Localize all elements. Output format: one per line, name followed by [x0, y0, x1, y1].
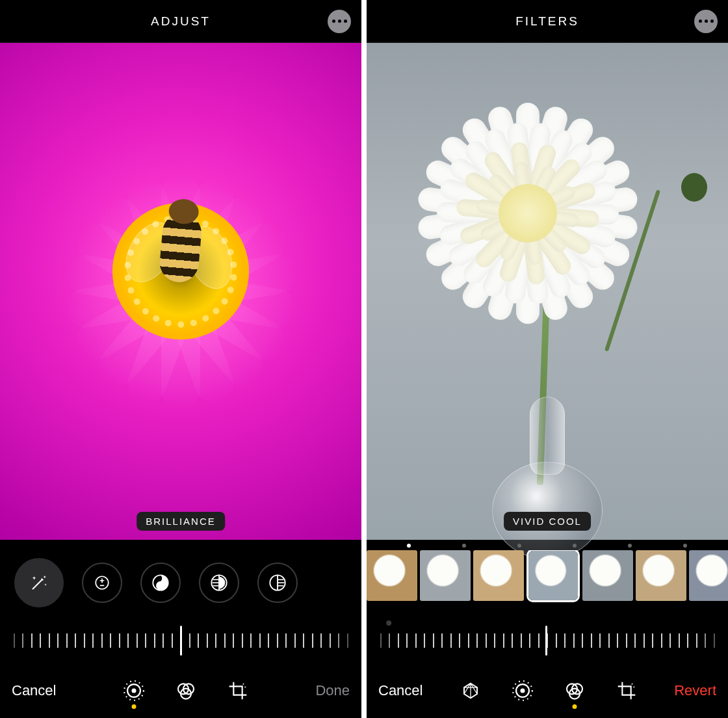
wand-icon: [29, 573, 49, 592]
exposure-dial[interactable]: [82, 563, 122, 603]
done-button[interactable]: Done: [315, 682, 350, 699]
brilliance-dial[interactable]: [140, 563, 181, 603]
exposure-icon: [92, 573, 112, 592]
more-button[interactable]: [328, 10, 351, 33]
auto-enhance-dial[interactable]: [14, 558, 64, 607]
filter-thumb-original[interactable]: [367, 550, 417, 601]
revert-button[interactable]: Revert: [674, 682, 716, 699]
header: FILTERS: [367, 0, 728, 43]
filters-screen: FILTERS VIVID COOL: [367, 0, 728, 718]
flower-illustration: [0, 43, 361, 540]
adjust-screen: ADJUST BRILLIANCE: [0, 0, 361, 718]
crop-tab[interactable]: [226, 679, 250, 702]
page-title: ADJUST: [151, 14, 211, 29]
adjust-tab[interactable]: [511, 679, 534, 702]
filter-thumb-dramatic-warm[interactable]: [636, 550, 686, 601]
photo-canvas[interactable]: VIVID COOL: [367, 43, 728, 540]
photo-canvas[interactable]: BRILLIANCE: [0, 43, 361, 540]
filter-indicator-dots: [407, 544, 728, 548]
filter-thumb-dramatic[interactable]: [582, 550, 633, 601]
filter-thumb-vivid-warm[interactable]: [473, 550, 524, 601]
cancel-button[interactable]: Cancel: [12, 682, 56, 699]
crop-tab[interactable]: [615, 679, 638, 702]
slider-knob[interactable]: [180, 626, 182, 656]
adjust-tab[interactable]: [122, 679, 146, 702]
intensity-slider[interactable]: [367, 618, 728, 663]
filter-thumb-vivid[interactable]: [420, 550, 471, 601]
markup-tab[interactable]: [459, 679, 482, 702]
adjustment-dials[interactable]: [0, 540, 361, 618]
bottom-toolbar: Cancel Done: [0, 663, 361, 718]
more-button[interactable]: [694, 10, 718, 33]
adjustment-label: BRILLIANCE: [136, 512, 225, 531]
brilliance-icon: [151, 573, 170, 592]
active-dot-icon: [131, 704, 136, 709]
svg-point-11: [131, 688, 136, 693]
slider-origin-dot: [386, 620, 391, 626]
slider-knob[interactable]: [545, 626, 547, 656]
highlights-icon: [209, 573, 229, 592]
page-title: FILTERS: [515, 14, 579, 29]
value-slider[interactable]: [0, 618, 361, 663]
filter-thumb-dramatic-cool[interactable]: [689, 550, 728, 601]
header: ADJUST: [0, 0, 361, 43]
filter-label: VIVID COOL: [504, 512, 591, 531]
highlights-dial[interactable]: [199, 563, 239, 603]
filters-tab[interactable]: [563, 679, 586, 702]
bottom-toolbar: Cancel Revert: [367, 663, 728, 718]
cancel-button[interactable]: Cancel: [378, 682, 422, 699]
filter-thumb-vivid-cool[interactable]: [526, 550, 580, 602]
filter-strip[interactable]: [367, 540, 728, 618]
shadows-icon: [268, 573, 287, 592]
svg-point-17: [520, 688, 525, 693]
shadows-dial[interactable]: [257, 563, 298, 603]
filters-tab[interactable]: [174, 679, 198, 702]
flower-illustration: [417, 103, 638, 324]
active-dot-icon: [572, 704, 577, 709]
flower-bud: [681, 173, 707, 202]
